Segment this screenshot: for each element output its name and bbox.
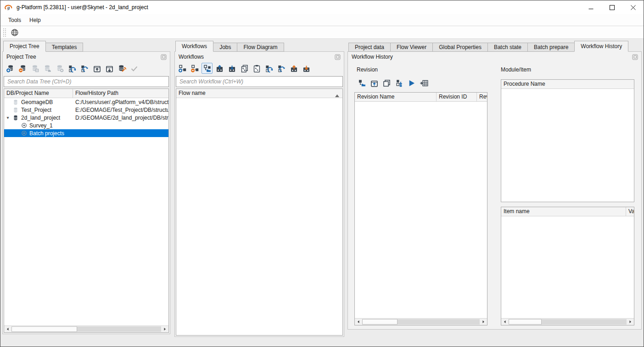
tree-row-survey-1[interactable]: Survey_1 (4, 121, 168, 129)
tab-workflows[interactable]: Workflows (175, 41, 213, 52)
redo-icon[interactable] (79, 63, 90, 74)
tab-templates[interactable]: Templates (45, 43, 84, 52)
left-tab-bar: Project Tree Templates (2, 41, 170, 52)
open-workflow-icon[interactable] (202, 63, 213, 74)
database-close-icon[interactable] (54, 63, 65, 74)
open-revision-icon[interactable] (356, 77, 367, 88)
tree-item-label: Batch projects (28, 130, 64, 137)
tab-batch-state[interactable]: Batch state (487, 43, 528, 52)
scroll-left-icon[interactable] (501, 319, 509, 325)
column-revision-extra[interactable]: Revi (477, 93, 487, 101)
close-icon[interactable] (622, 0, 644, 14)
tree-row-batch-projects[interactable]: Batch projects (4, 129, 168, 137)
column-db-project-name[interactable]: DB/Project Name (4, 89, 73, 98)
app-window: g g-Platform [5.23811] - user@Skynet - 2… (0, 0, 644, 347)
tab-jobs[interactable]: Jobs (213, 43, 237, 52)
scrollbar-thumb[interactable] (509, 319, 542, 325)
run-to-table-icon[interactable] (418, 77, 429, 88)
revision-table: Revision Name Revision ID Revi (354, 92, 487, 325)
column-item-name[interactable]: Item name (501, 207, 626, 216)
scrollbar-thumb[interactable] (11, 326, 77, 332)
tree-row-2d-land-project[interactable]: ▾ 2d_land_project D:/GEOMAGE/2d_land_pro… (4, 114, 168, 121)
archive-import-icon[interactable] (288, 63, 299, 74)
run-icon[interactable] (406, 77, 417, 88)
center-tab-bar: Workflows Jobs Flow Diagram (174, 41, 344, 52)
right-tab-bar: Project data Flow Viewer Global Properti… (347, 41, 642, 52)
horizontal-scrollbar (4, 325, 168, 332)
database-tools-icon[interactable] (116, 63, 127, 74)
workflow-history-dock: Project data Flow Viewer Global Properti… (347, 41, 642, 330)
scroll-left-icon[interactable] (4, 326, 11, 332)
scroll-right-icon[interactable] (480, 319, 487, 325)
import-database-icon[interactable] (91, 63, 102, 74)
export-database-icon[interactable] (104, 63, 115, 74)
project-tree-panel: Project Tree (2, 51, 170, 334)
title-bar: g g-Platform [5.23811] - user@Skynet - 2… (0, 0, 644, 14)
survey-icon (20, 130, 28, 136)
menu-help[interactable]: Help (25, 16, 45, 25)
menu-tools[interactable]: Tools (4, 16, 25, 25)
remove-database-icon[interactable] (17, 63, 28, 74)
revision-section-label: Revision (357, 66, 378, 73)
workflow-list-body (176, 98, 342, 335)
workflow-list: Flow name (176, 88, 343, 336)
column-procedure-name[interactable]: Procedure Name (501, 80, 634, 88)
export-workflow-icon[interactable] (226, 63, 237, 74)
tab-workflow-history[interactable]: Workflow History (574, 41, 628, 52)
toolbar-grip[interactable] (3, 28, 6, 37)
database-duplicate-icon[interactable] (42, 63, 53, 74)
archive-export-icon[interactable] (301, 63, 312, 74)
copy-workflow-icon[interactable] (239, 63, 250, 74)
scrollbar-track[interactable] (362, 319, 480, 325)
globe-icon[interactable] (9, 27, 20, 38)
column-flow-name[interactable]: Flow name (176, 89, 342, 98)
scrollbar-track[interactable] (509, 319, 627, 325)
item-table: Item name Va (501, 207, 634, 325)
import-workflow-icon[interactable] (214, 63, 225, 74)
float-panel-icon[interactable] (334, 54, 341, 61)
tab-project-tree[interactable]: Project Tree (3, 41, 46, 52)
paste-workflow-icon[interactable] (251, 63, 262, 74)
sort-ascending-icon[interactable] (335, 92, 339, 99)
scroll-right-icon[interactable] (161, 326, 168, 332)
float-panel-icon[interactable] (632, 54, 638, 61)
copy-revision-icon[interactable] (381, 77, 392, 88)
commit-revision-icon[interactable] (393, 77, 404, 88)
delete-workflow-icon[interactable] (189, 63, 200, 74)
tab-flow-viewer[interactable]: Flow Viewer (390, 43, 433, 52)
undo-icon[interactable] (67, 63, 78, 74)
import-revision-icon[interactable] (369, 77, 380, 88)
scroll-left-icon[interactable] (355, 319, 362, 325)
project-tree-toolbar (3, 62, 170, 75)
database-properties-icon[interactable] (29, 63, 40, 74)
column-flow-history-path[interactable]: Flow/History Path (73, 89, 168, 98)
tab-flow-diagram[interactable]: Flow Diagram (237, 43, 284, 52)
minimize-icon[interactable] (580, 0, 601, 14)
procedure-list-header: Procedure Name (501, 80, 634, 89)
tab-batch-prepare[interactable]: Batch prepare (527, 43, 575, 52)
tree-row-test-project[interactable]: Test_Project E:/GEOMAGE/Test_Project/DB/… (4, 106, 168, 114)
horizontal-scrollbar (355, 318, 487, 325)
redo-icon[interactable] (276, 63, 287, 74)
g-platform-logo-icon: g (5, 3, 13, 11)
new-workflow-icon[interactable] (177, 63, 188, 74)
float-panel-icon[interactable] (160, 54, 167, 61)
tab-global-properties[interactable]: Global Properties (432, 43, 488, 52)
scroll-right-icon[interactable] (627, 319, 634, 325)
tab-project-data[interactable]: Project data (348, 43, 391, 52)
search-data-tree-input[interactable] (4, 76, 169, 87)
undo-icon[interactable] (263, 63, 274, 74)
column-revision-name[interactable]: Revision Name (355, 93, 437, 101)
maximize-icon[interactable] (601, 0, 622, 14)
add-database-icon[interactable] (5, 63, 16, 74)
column-value[interactable]: Va (626, 207, 634, 216)
scrollbar-track[interactable] (11, 326, 161, 332)
procedure-list: Procedure Name (501, 79, 634, 202)
database-icon (11, 107, 20, 113)
collapse-expander-icon[interactable]: ▾ (4, 115, 11, 120)
search-workflow-input[interactable] (176, 76, 343, 87)
validate-icon[interactable] (129, 63, 140, 74)
tree-row-geomagedb[interactable]: GeomageDB C:/Users/user/.gPlatform_v4/DB… (4, 98, 168, 106)
column-revision-id[interactable]: Revision ID (437, 93, 477, 101)
scrollbar-thumb[interactable] (362, 319, 398, 325)
